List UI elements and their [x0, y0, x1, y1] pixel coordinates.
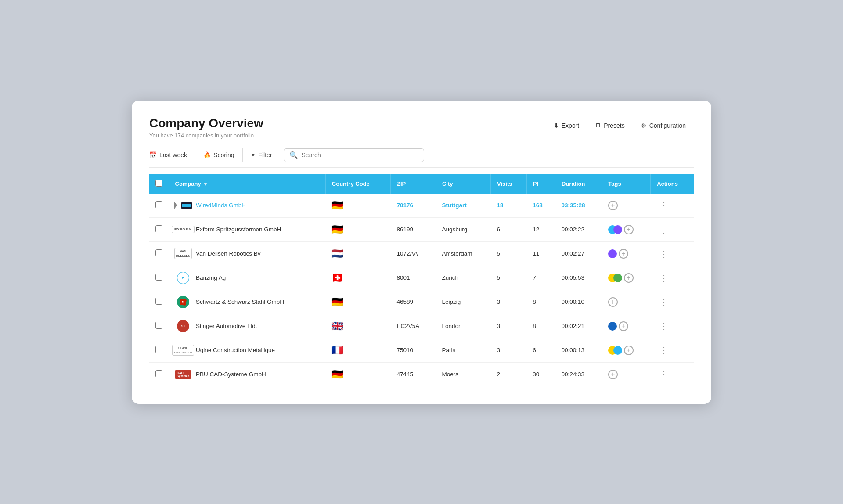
row-checkbox[interactable] [155, 346, 162, 353]
country-flag: 🇩🇪 [331, 200, 343, 211]
add-tag-button[interactable]: + [608, 370, 618, 379]
search-input[interactable] [302, 151, 418, 158]
visits-cell: 18 [491, 194, 527, 218]
visits-value: 2 [497, 371, 501, 378]
visits-link[interactable]: 18 [497, 202, 504, 209]
pi-cell: 30 [526, 362, 555, 386]
company-name: Van Dellsen Robotics Bv [196, 250, 261, 257]
th-duration: Duration [555, 174, 602, 194]
add-tag-button[interactable]: + [608, 201, 618, 210]
table-row: EXFORMExform Spritzgussformen GmbH🇩🇪8619… [149, 217, 694, 241]
file-icon: 🗒 [595, 122, 601, 129]
city-value: Zurich [442, 274, 458, 281]
duration-cell: 00:02:21 [555, 314, 602, 338]
company-cell: WiredMinds GmbH [169, 194, 325, 218]
row-checkbox[interactable] [155, 322, 162, 329]
table-row: VANDELLSENVan Dellsen Robotics Bv🇳🇱1072A… [149, 241, 694, 266]
tag-dots [608, 249, 617, 258]
add-tag-button[interactable]: + [608, 297, 618, 307]
row-checkbox[interactable] [155, 249, 162, 256]
row-checkbox[interactable] [155, 225, 162, 232]
duration-value: 00:00:13 [562, 347, 585, 353]
scoring-button[interactable]: 🔥 Scoring [195, 148, 242, 162]
row-actions-button[interactable]: ⋮ [657, 296, 671, 308]
table-row: BBanzing Ag🇨🇭8001Zurich5700:05:53+⋮ [149, 266, 694, 290]
city-link[interactable]: Stuttgart [442, 202, 466, 209]
duration-value: 00:00:10 [562, 299, 585, 305]
row-actions-button[interactable]: ⋮ [657, 199, 671, 212]
pi-value: 6 [533, 347, 536, 353]
actions-cell: ⋮ [651, 362, 694, 386]
tag-dots [608, 322, 617, 331]
tags-container: + [608, 370, 645, 379]
company-name-link[interactable]: WiredMinds GmbH [196, 202, 246, 209]
export-button[interactable]: ⬇ Export [546, 119, 587, 132]
duration-value: 00:05:53 [562, 274, 585, 281]
row-checkbox[interactable] [155, 298, 162, 305]
header-left: Company Overview You have 174 companies … [149, 116, 263, 139]
company-cell: VANDELLSENVan Dellsen Robotics Bv [169, 241, 325, 266]
calendar-icon: 📅 [149, 151, 157, 158]
company-logo [175, 199, 191, 212]
add-tag-button[interactable]: + [619, 321, 628, 331]
table-row: CADSystemsPBU CAD-Systeme GmbH🇩🇪47445Moe… [149, 362, 694, 386]
zip-cell: 86199 [391, 217, 436, 241]
add-tag-button[interactable]: + [624, 346, 634, 355]
pi-link[interactable]: 168 [533, 202, 543, 209]
duration-link[interactable]: 03:35:28 [562, 202, 585, 209]
row-actions-button[interactable]: ⋮ [657, 248, 671, 260]
row-actions-button[interactable]: ⋮ [657, 223, 671, 236]
row-actions-button[interactable]: ⋮ [657, 344, 671, 356]
country-flag: 🇳🇱 [331, 248, 343, 259]
tags-container: + [608, 346, 645, 355]
pi-value: 8 [533, 299, 536, 305]
sort-icon: ▾ [204, 181, 207, 187]
duration-cell: 00:02:22 [555, 217, 602, 241]
company-cell: STStinger Automotive Ltd. [169, 314, 325, 338]
row-actions-button[interactable]: ⋮ [657, 368, 671, 381]
pi-cell: 11 [526, 241, 555, 266]
zip-cell: 75010 [391, 338, 436, 362]
company-name: PBU CAD-Systeme GmbH [196, 371, 266, 378]
visits-value: 6 [497, 226, 501, 233]
visits-cell: 3 [491, 338, 527, 362]
select-all-checkbox[interactable] [155, 180, 162, 187]
pi-value: 8 [533, 323, 536, 329]
company-name: Ugine Construction Metallique [196, 347, 275, 353]
last-week-button[interactable]: 📅 Last week [149, 148, 195, 162]
company-logo: B [175, 272, 191, 284]
filter-button[interactable]: ▼ Filter [243, 148, 280, 162]
add-tag-button[interactable]: + [619, 249, 628, 259]
zip-value: EC2V5A [397, 323, 420, 329]
tag-dots [608, 225, 622, 234]
th-actions: Actions [651, 174, 694, 194]
add-tag-button[interactable]: + [624, 225, 634, 234]
row-checkbox[interactable] [155, 370, 162, 377]
country-flag-cell: 🇩🇪 [325, 194, 390, 218]
pi-cell: 8 [526, 290, 555, 314]
tags-cell: + [602, 241, 651, 266]
visits-value: 5 [497, 250, 501, 257]
row-checkbox-cell [149, 217, 169, 241]
duration-cell: 00:00:10 [555, 290, 602, 314]
row-checkbox-cell [149, 266, 169, 290]
zip-value: 75010 [397, 347, 414, 353]
th-company[interactable]: Company ▾ [169, 174, 325, 194]
table-body: WiredMinds GmbH🇩🇪70176Stuttgart1816803:3… [149, 194, 694, 386]
actions-cell: ⋮ [651, 290, 694, 314]
zip-link[interactable]: 70176 [397, 202, 414, 209]
duration-value: 00:02:22 [562, 226, 585, 233]
add-tag-button[interactable]: + [624, 273, 634, 283]
tags-container: + [608, 297, 645, 307]
configuration-button[interactable]: ⚙ Configuration [633, 119, 694, 132]
city-cell: London [436, 314, 490, 338]
row-checkbox[interactable] [155, 274, 162, 281]
row-actions-button[interactable]: ⋮ [657, 320, 671, 332]
country-flag: 🇩🇪 [331, 224, 343, 235]
row-checkbox[interactable] [155, 201, 162, 208]
presets-button[interactable]: 🗒 Presets [587, 119, 633, 132]
tag-dot [613, 225, 622, 234]
visits-cell: 3 [491, 314, 527, 338]
country-flag: 🇨🇭 [331, 272, 343, 283]
row-actions-button[interactable]: ⋮ [657, 272, 671, 284]
